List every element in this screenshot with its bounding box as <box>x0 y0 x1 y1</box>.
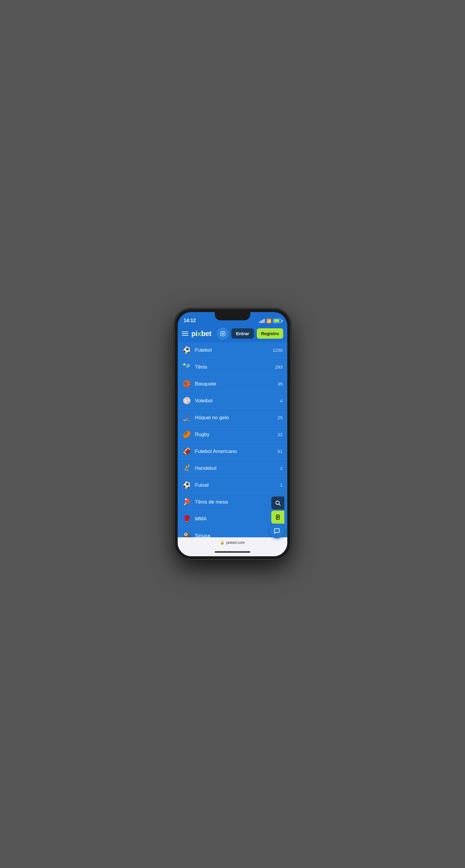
sport-icon: 🥊 <box>182 515 191 523</box>
home-bar <box>215 551 250 553</box>
sport-item[interactable]: 🏈Futebol Americano51 <box>178 443 287 460</box>
instagram-button[interactable] <box>217 328 228 339</box>
sport-name: Futebol <box>195 347 273 353</box>
svg-point-1 <box>222 333 224 335</box>
notch <box>215 312 250 320</box>
sport-name: Voleibol <box>195 398 280 404</box>
sport-icon: 🏈 <box>182 447 191 455</box>
url-bar: 🔒 pixbet.com <box>178 537 287 548</box>
status-icons: 📶 <box>259 318 281 323</box>
sport-icon: 🏓 <box>182 498 191 506</box>
registro-button[interactable]: Registro <box>257 328 283 339</box>
sport-name: Rugby <box>195 432 278 438</box>
sport-name: Handebol <box>195 465 280 471</box>
sport-icon: 🤾 <box>182 464 191 472</box>
sport-count: 2 <box>280 466 283 471</box>
sport-icon: 🏒 <box>182 414 191 422</box>
sport-name: Hóquei no gelo <box>195 415 278 421</box>
sport-name: Basquete <box>195 381 278 387</box>
sport-name: Tênis <box>195 364 275 370</box>
screen-content: pixbet Entrar Registro ⚽Futebol1230🎾Têni… <box>178 325 287 556</box>
sport-count: 4 <box>280 398 283 403</box>
sport-item[interactable]: ⚽Futsal1 <box>178 477 287 494</box>
sport-name: Futebol Americano <box>195 448 278 455</box>
sport-item[interactable]: 🏓Tênis de mesa1 <box>178 494 287 510</box>
home-indicator <box>178 548 287 556</box>
phone-screen: 14:12 📶 pixbet <box>178 312 287 556</box>
status-time: 14:12 <box>184 318 196 323</box>
svg-rect-0 <box>220 331 225 336</box>
svg-line-4 <box>279 504 281 505</box>
search-float-button[interactable] <box>271 496 284 509</box>
sport-icon: 🏐 <box>182 397 191 405</box>
entrar-button[interactable]: Entrar <box>231 328 254 339</box>
sport-icon: ⚽ <box>182 482 191 489</box>
wifi-icon: 📶 <box>266 318 271 323</box>
sport-name: Tênis de mesa <box>195 499 280 505</box>
sport-item[interactable]: 🏐Voleibol4 <box>178 393 287 409</box>
lock-icon: 🔒 <box>220 540 225 545</box>
floating-buttons <box>271 496 284 524</box>
sport-count: 25 <box>278 415 283 420</box>
sport-name: Futsal <box>195 482 280 488</box>
url-text: pixbet.com <box>226 540 245 545</box>
sport-icon: ⚽ <box>182 346 191 354</box>
sport-icon: 🏉 <box>182 431 191 438</box>
sport-count: 1230 <box>273 347 283 352</box>
chat-button[interactable] <box>269 524 284 538</box>
sport-item[interactable]: ⚽Futebol1230 <box>178 342 287 359</box>
hamburger-button[interactable] <box>182 332 188 336</box>
sport-count: 35 <box>278 381 283 386</box>
sport-icon: 🏀 <box>182 380 191 388</box>
sport-icon: 🎾 <box>182 363 191 371</box>
doc-float-button[interactable] <box>271 511 284 524</box>
sports-list: ⚽Futebol1230🎾Tênis293🏀Basquete35🏐Voleibo… <box>178 342 287 537</box>
signal-icon <box>259 319 264 323</box>
sport-item[interactable]: 🎾Tênis293 <box>178 359 287 375</box>
sport-icon: 🎱 <box>182 532 191 537</box>
header: pixbet Entrar Registro <box>178 325 287 342</box>
sport-count: 293 <box>275 365 283 369</box>
sport-name: Sinuca <box>195 533 283 537</box>
phone-frame: 14:12 📶 pixbet <box>175 309 290 559</box>
sport-item[interactable]: 🤾Handebol2 <box>178 460 287 477</box>
svg-point-2 <box>224 332 224 333</box>
sport-item[interactable]: 🥊MMA <box>178 511 287 527</box>
sport-item[interactable]: 🏀Basquete35 <box>178 376 287 392</box>
logo: pixbet <box>191 330 214 338</box>
sport-name: MMA <box>195 516 283 522</box>
sport-item[interactable]: 🏒Hóquei no gelo25 <box>178 410 287 426</box>
sport-count: 1 <box>280 483 283 488</box>
battery-icon <box>273 319 281 323</box>
sport-count: 22 <box>278 432 283 437</box>
sport-item[interactable]: 🏉Rugby22 <box>178 427 287 443</box>
sport-count: 51 <box>278 449 283 454</box>
